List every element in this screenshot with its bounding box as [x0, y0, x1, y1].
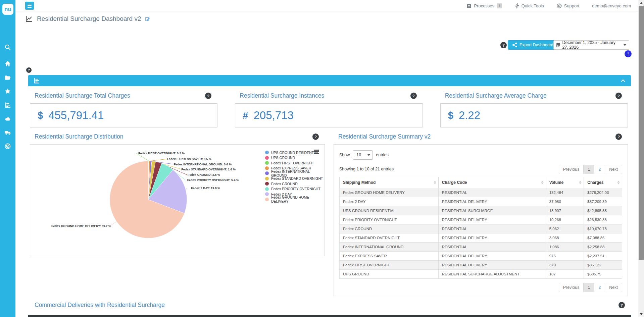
- kpi-help-icon[interactable]: ?: [615, 93, 622, 99]
- menu-toggle-button[interactable]: [25, 2, 34, 10]
- table-row[interactable]: UPS GROUND RESIDENTIALRESIDENTIAL SURCHA…: [340, 206, 622, 215]
- column-header[interactable]: Volume: [546, 177, 584, 188]
- kpi-title: Residential Surcharge Average Charge: [445, 92, 547, 99]
- pagination-next[interactable]: Next: [605, 283, 622, 292]
- star-icon[interactable]: [4, 88, 11, 95]
- date-range-picker[interactable]: December 1, 2025 - January 27, 2026: [553, 40, 629, 50]
- table-row[interactable]: Fedex FIRST OVERNIGHTRESIDENTIAL DELIVER…: [340, 261, 622, 270]
- nav-support[interactable]: Support: [557, 3, 580, 8]
- sort-icon[interactable]: [434, 181, 436, 184]
- pie-data-label: Fedex STANDARD OVERNIGHT: 1.6 %: [181, 168, 236, 171]
- legend-label: UPS GROUND RESIDENTIAL: [271, 151, 319, 155]
- panel-header[interactable]: [28, 75, 631, 86]
- nav-quick-tools[interactable]: Quick Tools: [515, 3, 544, 8]
- search-icon[interactable]: [4, 44, 11, 51]
- bullseye-icon[interactable]: [4, 143, 11, 150]
- table-row[interactable]: Fedex INTERNATIONAL GROUNDRESIDENTIAL1,0…: [340, 243, 622, 252]
- line-chart-icon: [26, 15, 33, 22]
- column-header[interactable]: Charge Code: [438, 177, 546, 188]
- table-cell: Fedex EXPRESS SAVER: [340, 252, 439, 261]
- table-row[interactable]: Fedex STANDARD OVERNIGHTRESIDENTIAL DELI…: [340, 233, 622, 243]
- table-row[interactable]: Fedex 2 DAYRESIDENTIAL DELIVERY37,980$87…: [340, 197, 622, 206]
- legend-item[interactable]: Fedex GROUND: [265, 181, 325, 187]
- kpi-help-icon[interactable]: ?: [205, 93, 211, 99]
- table-cell: RESIDENTIAL DELIVERY: [438, 261, 546, 270]
- pagination-page[interactable]: 2: [594, 165, 605, 174]
- user-email-menu[interactable]: demo@enveyo.com: [592, 3, 631, 8]
- app-logo[interactable]: nu: [2, 4, 13, 15]
- summary-help-icon[interactable]: ?: [615, 134, 622, 140]
- cloud-icon[interactable]: [4, 115, 11, 122]
- nav-support-label: Support: [564, 3, 580, 8]
- chart-context-menu-icon[interactable]: [313, 149, 320, 155]
- legend-label: Fedex INTERNATIONAL GROUND: [271, 169, 325, 177]
- kpi-instances: Residential Surcharge Instances ? # 205,…: [235, 92, 423, 127]
- kpi-value-box: $ 2.22: [440, 103, 628, 127]
- pie-chart-card: Fedex FIRST OVERNIGHT: 0.2 %Fedex EXPRES…: [30, 144, 325, 256]
- legend-item[interactable]: Fedex GROUND HOME DELIVERY: [265, 197, 325, 202]
- nav-processes[interactable]: Processes 1: [466, 3, 502, 8]
- legend-item[interactable]: Fedex PRIORITY OVERNIGHT: [265, 187, 325, 192]
- summary-title: Residential Surcharge Summary v2: [338, 133, 431, 140]
- table-cell: $23,530.38: [584, 215, 622, 224]
- sidebar: nu: [0, 0, 15, 317]
- scroll-up-arrow[interactable]: [638, 0, 644, 6]
- kpi-average-charge: Residential Surcharge Average Charge ? $…: [440, 92, 628, 127]
- kpi-value: 2.22: [459, 109, 480, 122]
- chart-legend: UPS GROUND RESIDENTIALUPS GROUNDFedex FI…: [265, 150, 325, 202]
- legend-label: Fedex GROUND: [271, 182, 298, 186]
- export-help-icon[interactable]: ?: [500, 42, 507, 48]
- sort-icon[interactable]: [617, 181, 620, 184]
- column-header[interactable]: Charges: [584, 177, 622, 188]
- table-row[interactable]: UPS GROUNDRESIDENTIAL SURCHARGE ADJUSTME…: [340, 270, 622, 279]
- folder-icon[interactable]: [4, 74, 11, 81]
- pagination-previous[interactable]: Previous: [559, 283, 584, 292]
- pagination-previous[interactable]: Previous: [559, 165, 584, 174]
- legend-item[interactable]: Fedex STANDARD OVERNIGHT: [265, 176, 325, 181]
- pagination-next[interactable]: Next: [605, 165, 622, 174]
- scrollbar-thumb[interactable]: [639, 6, 644, 260]
- legend-item[interactable]: Fedex INTERNATIONAL GROUND: [265, 171, 325, 176]
- table-row[interactable]: Fedex GROUNDRESIDENTIAL5,062$10,670.78: [340, 224, 622, 233]
- processes-count-badge: 1: [497, 3, 502, 8]
- sort-icon[interactable]: [579, 181, 582, 184]
- sort-icon[interactable]: [541, 181, 544, 184]
- edit-icon[interactable]: [145, 16, 150, 21]
- page-scrollbar[interactable]: [638, 0, 644, 317]
- calendar-icon: [556, 43, 560, 47]
- legend-dot-icon: [265, 161, 269, 165]
- life-ring-icon: [557, 3, 562, 8]
- legend-dot-icon: [265, 182, 269, 186]
- pagination-page[interactable]: 1: [583, 283, 594, 292]
- pagination-page[interactable]: 2: [594, 283, 605, 292]
- table-cell: $585.75: [584, 270, 622, 279]
- table-row[interactable]: Fedex EXPRESS SAVERRESIDENTIAL DELIVERY9…: [340, 252, 622, 261]
- kpi-help-icon[interactable]: ?: [410, 93, 417, 99]
- distribution-help-icon[interactable]: ?: [312, 134, 319, 140]
- table-cell: 13,907: [546, 206, 584, 215]
- pagination: Previous12Next: [559, 283, 622, 292]
- home-icon[interactable]: [4, 60, 11, 67]
- column-header[interactable]: Shipping Method: [340, 177, 439, 188]
- logo-text: nu: [4, 6, 11, 13]
- bar-chart-icon[interactable]: [4, 102, 11, 108]
- pie-data-label: Fedex 2 DAY: 19.8 %: [191, 187, 220, 190]
- distribution-title: Residential Surcharge Distribution: [35, 133, 123, 140]
- table-row[interactable]: Fedex GROUND HOME DELIVERYRESIDENTIAL132…: [340, 188, 622, 197]
- pagination-page[interactable]: 1: [583, 165, 594, 174]
- table-cell: Fedex GROUND: [340, 224, 439, 233]
- page-size-select[interactable]: 10: [353, 150, 373, 160]
- export-dashboard-button[interactable]: Export Dashboard: [508, 40, 558, 50]
- bottom-section: Commercial Deliveries with Residential S…: [35, 302, 625, 309]
- table-row[interactable]: Fedex PRIORITY OVERNIGHTRESIDENTIAL DELI…: [340, 215, 622, 224]
- legend-item[interactable]: UPS GROUND: [265, 155, 325, 161]
- bottom-help-icon[interactable]: ?: [618, 302, 625, 308]
- panel-help-icon[interactable]: ?: [26, 67, 32, 73]
- table-cell: $10,670.78: [584, 224, 622, 233]
- legend-item[interactable]: Fedex FIRST OVERNIGHT: [265, 160, 325, 166]
- alert-badge[interactable]: !: [625, 50, 632, 57]
- truck-icon[interactable]: [4, 129, 11, 136]
- scroll-down-arrow[interactable]: [638, 311, 644, 317]
- collapse-chevron-icon[interactable]: [621, 79, 626, 82]
- table-header-row: Shipping MethodCharge CodeVolumeCharges: [340, 177, 622, 188]
